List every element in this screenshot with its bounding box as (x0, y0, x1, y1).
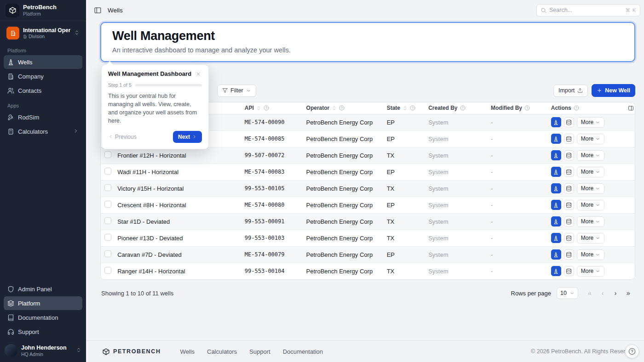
well-data-button[interactable] (564, 150, 574, 160)
well-name-cell: Frontier #12H - Horizontal (114, 147, 241, 164)
import-button[interactable]: Import (553, 85, 588, 97)
created-by-cell: System (425, 197, 487, 213)
help-circle-icon[interactable] (524, 105, 530, 111)
well-data-button[interactable] (564, 216, 574, 226)
well-data-button[interactable] (564, 183, 574, 193)
row-checkbox[interactable] (104, 234, 111, 241)
well-data-button[interactable] (564, 249, 574, 260)
sidebar-item-documentation[interactable]: Documentation (4, 311, 82, 324)
row-more-button[interactable]: More (577, 216, 604, 227)
row-checkbox[interactable] (104, 267, 111, 274)
well-data-button[interactable] (564, 117, 574, 127)
well-data-button[interactable] (564, 266, 574, 276)
open-well-button[interactable] (551, 183, 561, 193)
global-search[interactable]: ⌘ K (536, 4, 640, 17)
api-cell: 99-553-00104 (241, 263, 303, 279)
open-well-button[interactable] (551, 216, 561, 226)
row-checkbox[interactable] (104, 168, 111, 175)
next-page-button[interactable]: › (610, 287, 621, 299)
help-circle-icon[interactable] (460, 105, 466, 111)
sidebar-item-rodsim[interactable]: RodSim (4, 110, 82, 124)
help-button[interactable] (625, 345, 639, 358)
column-header-operator[interactable]: Operator (306, 105, 380, 111)
api-cell: 99-553-00103 (241, 230, 303, 246)
plus-icon (597, 88, 602, 93)
help-circle-icon[interactable] (264, 105, 269, 111)
sidebar-bottom-nav: Admin Panel Platform Documentation Suppo… (0, 282, 86, 340)
database-icon (566, 169, 572, 175)
chevron-down-icon (595, 269, 600, 274)
open-well-button[interactable] (551, 167, 561, 177)
open-well-button[interactable] (551, 150, 561, 160)
column-visibility-button[interactable] (627, 103, 635, 113)
row-checkbox[interactable] (104, 151, 111, 158)
row-more-button[interactable]: More (577, 249, 604, 260)
tour-previous-button[interactable]: Previous (108, 134, 137, 140)
tour-close-button[interactable] (195, 70, 202, 78)
rows-per-page-select[interactable]: 10 (557, 287, 578, 299)
row-checkbox[interactable] (104, 250, 111, 257)
search-input[interactable] (549, 7, 623, 13)
row-more-button[interactable]: More (577, 200, 604, 210)
sidebar-item-support[interactable]: Support (4, 325, 82, 339)
sidebar-item-platform[interactable]: Platform (4, 296, 82, 310)
row-more-button[interactable]: More (577, 167, 604, 177)
column-header-api[interactable]: API (245, 105, 299, 111)
sidebar-toggle-button[interactable] (92, 5, 103, 16)
sidebar-item-company[interactable]: Company (4, 69, 82, 83)
well-data-button[interactable] (564, 167, 574, 177)
row-more-button[interactable]: More (577, 266, 604, 277)
footer-link-support[interactable]: Support (249, 348, 270, 355)
database-icon (566, 136, 572, 142)
footer-link-documentation[interactable]: Documentation (283, 348, 323, 355)
derrick-icon (553, 186, 559, 192)
sidebar-item-calculators[interactable]: Calculators (4, 124, 82, 138)
row-more-button[interactable]: More (577, 150, 604, 161)
footer-link-calculators[interactable]: Calculators (207, 348, 237, 355)
tour-next-button[interactable]: Next (173, 131, 202, 143)
row-more-button[interactable]: More (577, 183, 604, 194)
column-header-modified-by[interactable]: Modified By (491, 105, 544, 111)
apps-nav: RodSim Calculators (0, 110, 86, 139)
open-well-button[interactable] (551, 134, 561, 144)
user-menu[interactable]: John Henderson HQ Admin (0, 340, 86, 362)
column-header-created-by[interactable]: Created By (428, 105, 483, 111)
chevron-down-icon (595, 153, 600, 158)
sidebar-item-contacts[interactable]: Contacts (4, 84, 82, 97)
open-well-button[interactable] (551, 266, 561, 276)
row-actions: More (551, 233, 631, 243)
derrick-icon (553, 202, 559, 208)
well-data-button[interactable] (564, 233, 574, 243)
help-circle-icon[interactable] (339, 105, 345, 111)
well-data-button[interactable] (564, 134, 574, 144)
sidebar-item-wells[interactable]: Wells (4, 55, 82, 69)
row-more-button[interactable]: More (577, 117, 604, 128)
section-label-platform: Platform (0, 43, 86, 55)
chevrons-up-down-icon (76, 347, 81, 354)
row-checkbox[interactable] (104, 201, 111, 208)
filter-button[interactable]: Filter (217, 85, 256, 97)
open-well-button[interactable] (551, 249, 561, 260)
open-well-button[interactable] (551, 200, 561, 210)
first-page-button[interactable]: « (584, 287, 596, 299)
column-header-state[interactable]: State (387, 105, 421, 111)
open-well-button[interactable] (551, 117, 561, 127)
footer-link-wells[interactable]: Wells (180, 348, 195, 355)
modified-by-cell: - (487, 114, 547, 130)
last-page-button[interactable]: » (622, 287, 634, 299)
table-row: Pioneer #13D - Deviated 99-553-00103 Pet… (101, 230, 635, 246)
previous-page-button[interactable]: ‹ (597, 287, 609, 299)
row-checkbox[interactable] (104, 184, 111, 191)
sidebar-item-admin-panel[interactable]: Admin Panel (4, 282, 82, 296)
row-more-button[interactable]: More (577, 134, 604, 144)
help-circle-icon[interactable] (410, 105, 415, 111)
row-checkbox[interactable] (104, 217, 111, 224)
well-name-cell: Ranger #14H - Horizontal (114, 263, 241, 279)
pagination-controls: Rows per page 10 « ‹ › » (511, 287, 634, 299)
org-switcher[interactable]: International Operatio Division (4, 24, 82, 42)
help-circle-icon[interactable] (574, 105, 579, 111)
new-well-button[interactable]: New Well (592, 84, 635, 97)
row-more-button[interactable]: More (577, 233, 604, 243)
well-data-button[interactable] (564, 200, 574, 210)
open-well-button[interactable] (551, 233, 561, 243)
